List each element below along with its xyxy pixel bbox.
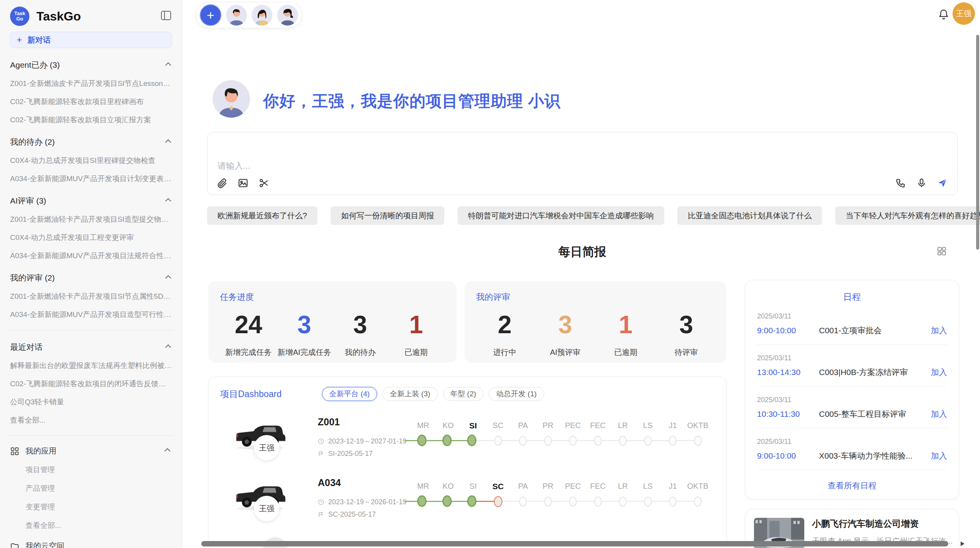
join-link[interactable]: 加入 — [931, 450, 947, 461]
main-area: + 王强 你好，王强，我是你的项目管理助理 小识 请输入... — [182, 0, 980, 548]
grid-icon — [10, 447, 19, 456]
sidebar-item-project-mgmt[interactable]: 项目管理 — [26, 465, 172, 475]
horizontal-scrollbar[interactable] — [201, 541, 948, 546]
section-title: 最近对话 — [10, 342, 43, 353]
project-dates: 2023-12-19～2026-01-19 — [318, 497, 406, 507]
sidebar-collapse-icon[interactable] — [161, 11, 171, 22]
section-my-todo[interactable]: 我的待办 (2) — [10, 137, 172, 147]
avatar[interactable] — [277, 5, 298, 26]
notification-bell-icon[interactable] — [938, 9, 949, 20]
folder-icon — [10, 541, 19, 548]
schedule-item[interactable]: 2025/03/11 9:00-10:00 C001-立项审批会 加入 — [757, 312, 947, 345]
stat-label: 已逾期 — [404, 347, 428, 358]
microphone-icon[interactable] — [916, 178, 927, 188]
phone-icon[interactable] — [895, 178, 906, 188]
divider — [757, 344, 947, 345]
user-avatar[interactable]: 王强 — [953, 2, 975, 25]
filter-tab[interactable]: 年型 (2) — [443, 387, 484, 401]
schedule-title: 日程 — [757, 291, 947, 303]
list-item[interactable]: A034-全新新能源MUV产品开发项目计划变更表编写 — [10, 174, 172, 184]
clock-icon — [318, 438, 324, 445]
project-flag: SI-2025-05-17 — [318, 450, 373, 458]
sidebar: Task Go TaskGo + 新对话 Agent已办 (3) Z001-全新… — [0, 0, 182, 548]
scroll-right-arrow[interactable] — [961, 541, 965, 546]
dashboard-filters: 全新平台 (4) 全新上装 (3) 年型 (2) 动总开发 (1) — [322, 387, 544, 401]
section-title: Agent已办 (3) — [10, 60, 60, 70]
project-dates: 2023-12-19～2027-01-19 — [318, 437, 406, 446]
view-all-chats[interactable]: 查看全部... — [10, 415, 172, 425]
section-my-review[interactable]: 我的评审 (2) — [10, 272, 172, 283]
suggestion-chip[interactable]: 如何写一份清晰的项目周报 — [331, 206, 444, 225]
join-link[interactable]: 加入 — [931, 325, 947, 336]
section-title: 我的待办 (2) — [10, 137, 55, 147]
chevron-up-icon — [164, 448, 171, 454]
app-logo: Task Go — [10, 7, 29, 26]
suggestion-chip[interactable]: 特朗普可能对进口汽车增税会对中国车企造成哪些影响 — [457, 206, 664, 225]
chevron-up-icon — [165, 139, 171, 145]
list-item[interactable]: A034-全新新能源MUV产品开发项目法规符合性评审 — [10, 251, 172, 261]
view-all-schedule-link[interactable]: 查看所有日程 — [757, 480, 947, 491]
section-agent-done[interactable]: Agent已办 (3) — [10, 60, 172, 70]
join-link[interactable]: 加入 — [931, 409, 947, 420]
list-item[interactable]: Z001-全新燃油轻卡产品开发项目SI节点属性5D文件评审 — [10, 291, 172, 301]
schedule-date: 2025/03/11 — [757, 438, 947, 446]
milestone-timeline: MRKO SISC PAPR PECFEC LRLS J1OKTB — [411, 482, 710, 510]
suggestion-chip[interactable]: 当下年轻人对汽车外观有怎样的喜好趋势 — [835, 206, 980, 225]
filter-tab[interactable]: 动总开发 (1) — [489, 387, 544, 401]
chevron-up-icon — [165, 275, 171, 281]
logo-line2: Go — [16, 16, 23, 22]
join-link[interactable]: 加入 — [931, 367, 947, 378]
filter-tab[interactable]: 全新平台 (4) — [322, 387, 377, 401]
stat-value: 24 — [235, 311, 262, 339]
schedule-item[interactable]: 2025/03/11 9:00-10:00 X003-车辆动力学性能验... 加… — [757, 438, 947, 470]
project-row[interactable]: 王强 A034 2023-12-19～2026-01-19 SC-2025-05… — [209, 473, 727, 533]
stat: 24 新增完成任务 — [221, 311, 276, 358]
list-item[interactable]: 解释最新出台的欧盟报废车法规再生塑料比例被调至15%... — [10, 361, 172, 371]
list-item[interactable]: Z001-全新燃油轻卡产品开发项目SI造型提交物评审 — [10, 214, 172, 224]
owner-badge: 王强 — [254, 435, 279, 461]
schedule-item[interactable]: 2025/03/11 13:00-14:30 C003|H0B-方案冻结评审 加… — [757, 354, 947, 387]
list-item[interactable]: C0X4-动力总成开发项目工程变更评审 — [10, 233, 172, 243]
layout-grid-icon[interactable] — [937, 246, 947, 256]
scissors-icon[interactable] — [259, 178, 269, 188]
view-all-apps[interactable]: 查看全部... — [26, 521, 172, 531]
schedule-item[interactable]: 2025/03/11 10:30-11:30 C005-整车工程目标评审 加入 — [757, 396, 947, 428]
project-row[interactable]: 王强 Z001 2023-12-19～2027-01-19 SI-2025-05… — [209, 412, 727, 473]
filter-tab[interactable]: 全新上装 (3) — [382, 387, 438, 401]
section-ai-review[interactable]: AI评审 (3) — [10, 195, 172, 206]
schedule-date: 2025/03/11 — [757, 396, 947, 404]
new-chat-button[interactable]: + 新对话 — [10, 32, 172, 48]
list-item[interactable]: C02-飞腾新能源轻客改款项目立项汇报方案 — [10, 115, 172, 125]
section-recent-chats[interactable]: 最近对话 — [10, 342, 172, 353]
list-item[interactable]: Z001-全新燃油皮卡产品开发项目SI节点Lesson Learn报告 — [10, 79, 172, 89]
add-agent-button[interactable]: + — [200, 4, 221, 26]
divider — [757, 470, 947, 470]
send-icon[interactable] — [937, 178, 948, 188]
stat: 2 进行中 — [478, 311, 532, 358]
dashboard-title: 项目Dashboard — [220, 388, 282, 400]
section-title: 我的评审 (2) — [10, 272, 55, 283]
image-icon[interactable] — [238, 178, 248, 188]
sidebar-item-cloud-space[interactable]: 我的云空间 — [10, 541, 172, 548]
schedule-time: 10:30-11:30 — [757, 409, 819, 419]
list-item[interactable]: C0X4-动力总成开发项目SI里程碑提交物检查 — [10, 156, 172, 166]
plus-icon: + — [17, 34, 22, 45]
chat-input[interactable]: 请输入... — [207, 132, 958, 195]
sidebar-item-product-mgmt[interactable]: 产品管理 — [26, 483, 172, 493]
list-item[interactable]: 公司Q3轻卡销量 — [10, 397, 172, 407]
sidebar-item-change-mgmt[interactable]: 变更管理 — [26, 502, 172, 512]
attachment-icon[interactable] — [217, 178, 228, 188]
clock-icon — [318, 499, 324, 505]
schedule-time: 13:00-14:30 — [757, 368, 819, 377]
suggestion-chip[interactable]: 欧洲新规最近颁布了什么? — [207, 206, 317, 225]
list-item[interactable]: C02-飞腾新能源轻客改款项目的闭环通告反馈情况 — [10, 379, 172, 389]
suggestion-chip[interactable]: 比亚迪全固态电池计划具体说了什么 — [677, 206, 822, 225]
list-item[interactable]: A034-全新新能源MUV产品开发项目造型可行性评审 — [10, 310, 172, 320]
sidebar-item-label: 我的应用 — [26, 446, 57, 456]
vertical-scrollbar[interactable] — [976, 35, 979, 250]
sidebar-item-my-apps[interactable]: 我的应用 — [10, 446, 172, 456]
stat-label: 我的待办 — [345, 347, 376, 358]
avatar[interactable] — [252, 5, 272, 26]
avatar[interactable] — [226, 5, 247, 26]
list-item[interactable]: C02-飞腾新能源轻客改款项目里程碑画布 — [10, 97, 172, 107]
